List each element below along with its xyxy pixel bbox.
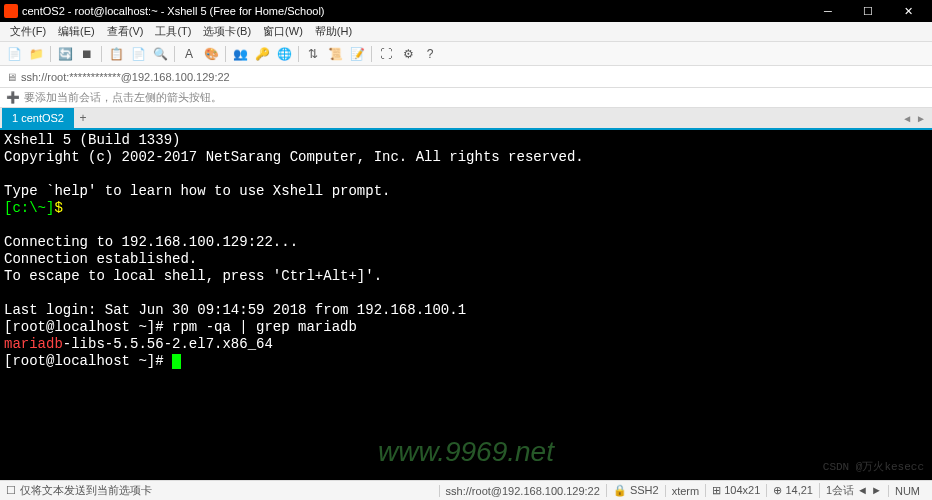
log-icon[interactable]: 📝	[347, 44, 367, 64]
script-icon[interactable]: 📜	[325, 44, 345, 64]
transfer-icon[interactable]: ⇅	[303, 44, 323, 64]
bookmark-icon[interactable]: ➕	[6, 91, 20, 104]
status-termtype: xterm	[665, 485, 706, 497]
status-numlock: NUM	[888, 485, 926, 497]
menu-view[interactable]: 查看(V)	[101, 22, 150, 41]
hint-bar: ➕ 要添加当前会话，点击左侧的箭头按钮。	[0, 88, 932, 108]
term-prompt-local: [c:\~]	[4, 200, 54, 216]
status-size: ⊞ 104x21	[705, 484, 766, 497]
separator	[101, 46, 102, 62]
tab-right-icon[interactable]: ►	[916, 113, 926, 124]
status-cursor-pos: ⊕ 14,21	[766, 484, 819, 497]
help-icon[interactable]: ?	[420, 44, 440, 64]
window-titlebar: centOS2 - root@localhost:~ - Xshell 5 (F…	[0, 0, 932, 22]
separator	[298, 46, 299, 62]
fullscreen-icon[interactable]: ⛶	[376, 44, 396, 64]
tab-controls: ◄ ►	[902, 113, 930, 124]
address-text: ssh://root:************@192.168.100.129:…	[21, 71, 926, 83]
term-line: Connecting to 192.168.100.129:22...	[4, 234, 298, 250]
separator	[50, 46, 51, 62]
watermark-csdn: CSDN @万火kesecc	[823, 459, 924, 476]
window-controls: ─ ☐ ✕	[808, 0, 928, 22]
close-button[interactable]: ✕	[888, 0, 928, 22]
settings-icon[interactable]: ⚙	[398, 44, 418, 64]
window-title: centOS2 - root@localhost:~ - Xshell 5 (F…	[22, 5, 808, 17]
menu-help[interactable]: 帮助(H)	[309, 22, 358, 41]
tab-centos2[interactable]: 1 centOS2	[2, 108, 74, 128]
menu-bar: 文件(F) 编辑(E) 查看(V) 工具(T) 选项卡(B) 窗口(W) 帮助(…	[0, 22, 932, 42]
menu-window[interactable]: 窗口(W)	[257, 22, 309, 41]
term-prompt-dollar: $	[54, 200, 62, 216]
new-session-icon[interactable]: 📄	[4, 44, 24, 64]
terminal-view[interactable]: Xshell 5 (Build 1339) Copyright (c) 2002…	[0, 130, 932, 480]
status-connection: ssh://root@192.168.100.129:22	[439, 485, 606, 497]
status-session-count: 1会话 ◄ ►	[819, 483, 888, 498]
term-line: Copyright (c) 2002-2017 NetSarang Comput…	[4, 149, 584, 165]
color-icon[interactable]: 🎨	[201, 44, 221, 64]
globe-icon[interactable]: 🌐	[274, 44, 294, 64]
address-bar[interactable]: 🖥 ssh://root:************@192.168.100.12…	[0, 66, 932, 88]
toolbar: 📄 📁 🔄 ⏹ 📋 📄 🔍 A 🎨 👥 🔑 🌐 ⇅ 📜 📝 ⛶ ⚙ ?	[0, 42, 932, 66]
app-icon	[4, 4, 18, 18]
menu-edit[interactable]: 编辑(E)	[52, 22, 101, 41]
tab-left-icon[interactable]: ◄	[902, 113, 912, 124]
term-line: Xshell 5 (Build 1339)	[4, 132, 180, 148]
term-output: -libs-5.5.56-2.el7.x86_64	[63, 336, 273, 352]
minimize-button[interactable]: ─	[808, 0, 848, 22]
users-icon[interactable]: 👥	[230, 44, 250, 64]
status-hint: 仅将文本发送到当前选项卡	[20, 483, 439, 498]
term-line: Last login: Sat Jun 30 09:14:59 2018 fro…	[4, 302, 466, 318]
term-prompt: [root@localhost ~]#	[4, 353, 172, 369]
separator	[225, 46, 226, 62]
tab-label: 1 centOS2	[12, 112, 64, 124]
key-icon[interactable]: 🔑	[252, 44, 272, 64]
paste-icon[interactable]: 📄	[128, 44, 148, 64]
terminal-cursor	[172, 354, 181, 369]
separator	[371, 46, 372, 62]
host-icon: 🖥	[6, 71, 17, 83]
maximize-button[interactable]: ☐	[848, 0, 888, 22]
tab-add-button[interactable]: +	[74, 111, 92, 125]
menu-tabs[interactable]: 选项卡(B)	[197, 22, 257, 41]
status-bar: ☐ 仅将文本发送到当前选项卡 ssh://root@192.168.100.12…	[0, 480, 932, 500]
open-icon[interactable]: 📁	[26, 44, 46, 64]
menu-file[interactable]: 文件(F)	[4, 22, 52, 41]
separator	[174, 46, 175, 62]
tab-bar: 1 centOS2 + ◄ ►	[0, 108, 932, 130]
menu-tools[interactable]: 工具(T)	[149, 22, 197, 41]
checkbox-icon[interactable]: ☐	[6, 484, 16, 497]
lock-icon: 🔒	[613, 484, 627, 496]
reconnect-icon[interactable]: 🔄	[55, 44, 75, 64]
watermark: www.9969.net	[378, 443, 554, 460]
disconnect-icon[interactable]: ⏹	[77, 44, 97, 64]
search-icon[interactable]: 🔍	[150, 44, 170, 64]
term-grep-match: mariadb	[4, 336, 63, 352]
term-line: Type `help' to learn how to use Xshell p…	[4, 183, 390, 199]
term-line: To escape to local shell, press 'Ctrl+Al…	[4, 268, 382, 284]
hint-text: 要添加当前会话，点击左侧的箭头按钮。	[24, 90, 222, 105]
term-line: Connection established.	[4, 251, 197, 267]
term-prompt: [root@localhost ~]#	[4, 319, 172, 335]
term-command: rpm -qa | grep mariadb	[172, 319, 357, 335]
copy-icon[interactable]: 📋	[106, 44, 126, 64]
font-icon[interactable]: A	[179, 44, 199, 64]
status-protocol: 🔒 SSH2	[606, 484, 665, 497]
